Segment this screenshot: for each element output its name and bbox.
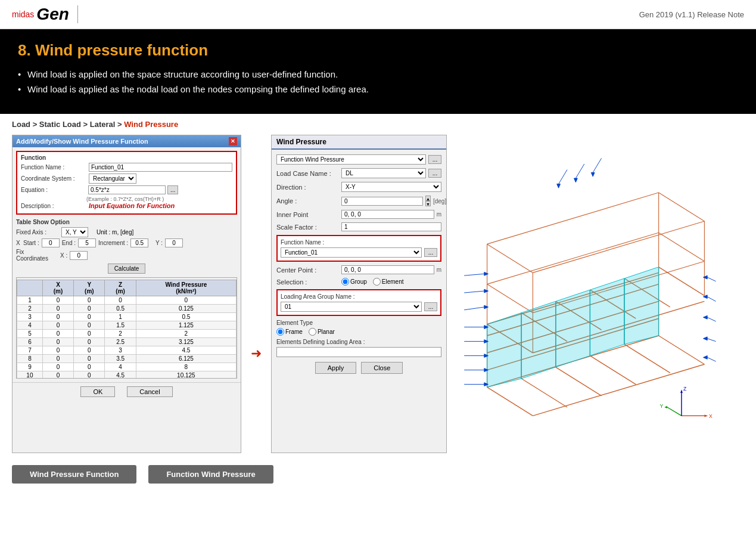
equation-row: Equation : ... <box>21 185 232 194</box>
breadcrumb-link[interactable]: Wind Pressure <box>124 120 178 129</box>
center-point-input[interactable] <box>341 265 434 274</box>
description-value: Input Equation for Function <box>89 202 175 209</box>
scale-factor-input[interactable] <box>341 222 441 231</box>
breadcrumb: Load > Static Load > Lateral > Wind Pres… <box>0 114 756 135</box>
col-header-wp: Wind Pressure(kN/m²) <box>136 280 236 296</box>
y-value-input[interactable] <box>165 238 183 247</box>
direction-label: Direction : <box>276 184 339 191</box>
description-row: Description : Input Equation for Functio… <box>21 202 232 209</box>
x-increment-input[interactable] <box>130 238 148 247</box>
cell-1: 0 <box>42 296 73 305</box>
planar-radio[interactable]: Planar <box>309 328 335 336</box>
bullet-1: Wind load is applied on the space struct… <box>18 69 738 79</box>
selection-element-radio[interactable]: Element <box>373 278 404 286</box>
element-type-radio-group: Frame Planar <box>276 328 441 336</box>
cancel-btn[interactable]: Cancel <box>127 386 172 397</box>
inner-point-unit: m <box>437 211 441 218</box>
col-header-z: Z(m) <box>105 280 136 296</box>
cell-2: 0 <box>74 305 105 313</box>
type-row: Function Wind Pressure ... <box>276 154 441 165</box>
elements-input[interactable] <box>276 347 441 357</box>
equation-browse-btn[interactable]: ... <box>167 185 178 194</box>
function-name-label: Function Name : <box>21 164 86 171</box>
wind-pressure-title: Wind Pressure <box>272 135 446 150</box>
coord-system-select[interactable]: Rectangular <box>89 173 136 184</box>
function-wind-pressure-btn[interactable]: Function Wind Pressure <box>148 465 273 484</box>
cell-1: 0 <box>42 371 73 379</box>
function-name-browse-btn[interactable]: ... <box>424 248 437 257</box>
left-dialog: Add/Modify/Show Wind Pressure Function ✕… <box>12 135 241 453</box>
left-dialog-body: Function Function Name : Coordinate Syst… <box>13 147 241 382</box>
table-row: 2000.50.125 <box>17 305 237 313</box>
wp-body: Function Wind Pressure ... Load Case Nam… <box>272 150 446 379</box>
svg-text:Y: Y <box>660 403 664 409</box>
x-axis-label: X <box>16 240 21 246</box>
type-dropdown[interactable]: Function Wind Pressure <box>276 154 426 165</box>
row-num: 5 <box>17 330 43 338</box>
cell-2: 0 <box>74 321 105 330</box>
equation-input[interactable] <box>88 185 166 194</box>
cell-4: 10.125 <box>136 371 236 379</box>
angle-up-btn[interactable]: ▲ <box>425 196 431 201</box>
close-btn[interactable]: Close <box>361 362 403 374</box>
table-row: 4001.51.125 <box>17 321 237 330</box>
elements-defining-label: Elements Defining Loading Area : <box>276 339 441 345</box>
svg-text:Z: Z <box>683 386 686 392</box>
left-dialog-close-btn[interactable]: ✕ <box>229 137 237 145</box>
function-name-wp-select[interactable]: Function_01 <box>281 247 422 258</box>
frame-radio[interactable]: Frame <box>276 328 303 336</box>
load-case-select[interactable]: DL <box>341 168 426 178</box>
table-row: 8003.56.125 <box>17 355 237 363</box>
cell-3: 2.5 <box>105 338 136 346</box>
function-name-input[interactable] <box>89 163 232 172</box>
function-name-row: Function Name : <box>21 163 232 172</box>
loading-area-wp-row: 01 ... <box>281 302 437 312</box>
x-coord-label: X : <box>60 252 67 259</box>
cell-2: 0 <box>74 371 105 379</box>
angle-down-btn[interactable]: ▼ <box>425 201 431 206</box>
banner: 8. Wind pressure function Wind load is a… <box>0 29 756 114</box>
loading-area-section-label: Loading Area Group Name : <box>281 293 437 300</box>
angle-unit: [deg] <box>433 198 446 205</box>
fix-coord-row: Fix Coordinates X : <box>16 249 237 262</box>
viz-area: X Y Z <box>453 135 744 453</box>
right-arrow-icon: ➜ <box>251 346 262 361</box>
wind-pressure-function-btn[interactable]: Wind Pressure Function <box>12 465 136 484</box>
cell-2: 0 <box>74 346 105 355</box>
load-case-browse-btn[interactable]: ... <box>428 169 441 178</box>
svg-marker-44 <box>556 290 590 367</box>
apply-btn[interactable]: Apply <box>315 362 357 374</box>
x-coord-input[interactable] <box>70 251 88 260</box>
angle-spinner[interactable]: ▲ ▼ <box>425 196 431 206</box>
center-point-row: Center Point : m <box>276 265 441 274</box>
type-browse-btn[interactable]: ... <box>428 155 441 164</box>
inner-point-row: Inner Point m <box>276 210 441 219</box>
angle-input[interactable] <box>341 197 423 206</box>
calculate-btn[interactable]: Calculate <box>108 264 146 274</box>
cell-1: 0 <box>42 363 73 371</box>
function-name-section-label: Function Name : <box>281 239 437 246</box>
fixed-axis-label: Fixed Axis : <box>16 229 58 236</box>
loading-area-select[interactable]: 01 <box>281 302 422 312</box>
fixed-axis-select[interactable]: X, Y <box>61 227 88 237</box>
x-end-input[interactable] <box>78 238 96 247</box>
cell-1: 0 <box>42 313 73 321</box>
cell-2: 0 <box>74 363 105 371</box>
element-type-section: Element Type Frame Planar <box>276 320 441 336</box>
row-num: 6 <box>17 338 43 346</box>
end-label: End : <box>62 240 76 246</box>
cell-3: 4.5 <box>105 371 136 379</box>
x-start-input[interactable] <box>42 238 60 247</box>
header: midas Gen Gen 2019 (v1.1) Release Note <box>0 0 756 29</box>
cell-3: 3.5 <box>105 355 136 363</box>
inner-point-input[interactable] <box>341 210 434 219</box>
table-row: 70034.5 <box>17 346 237 355</box>
fix-coord-label: Fix Coordinates <box>16 249 58 262</box>
direction-select[interactable]: X-Y <box>341 182 441 192</box>
selection-group-radio[interactable]: Group <box>341 278 367 286</box>
x-range-row: X Start : End : Increment : Y : <box>16 238 237 247</box>
ok-btn[interactable]: OK <box>80 386 115 397</box>
loading-area-browse-btn[interactable]: ... <box>424 302 437 311</box>
cell-4: 2 <box>136 330 236 338</box>
selection-row: Selection : Group Element <box>276 278 441 286</box>
